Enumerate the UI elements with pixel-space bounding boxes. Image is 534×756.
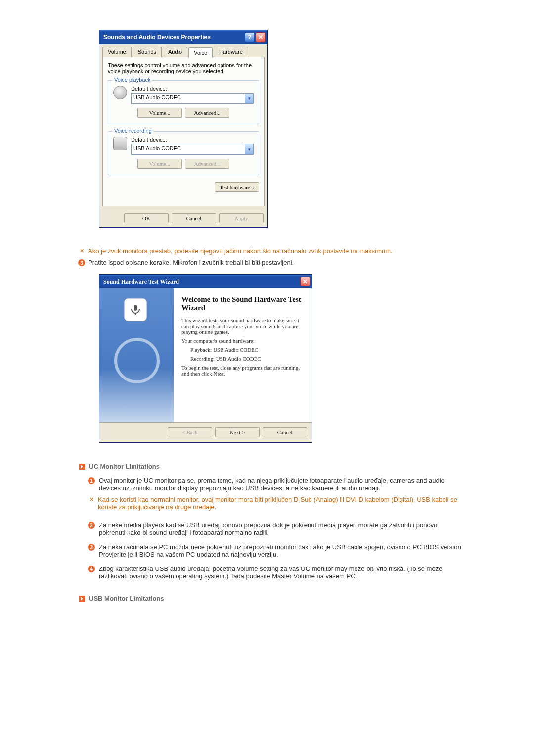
step-3-text: Pratite ispod opisane korake. Mikrofon i… xyxy=(88,259,294,266)
tab-strip: Volume Sounds Audio Voice Hardware xyxy=(102,47,265,57)
tab-audio[interactable]: Audio xyxy=(163,47,187,57)
recording-legend: Voice recording xyxy=(112,128,154,134)
wizard-heading: Welcome to the Sound Hardware Test Wizar… xyxy=(181,295,304,312)
recording-device-value: USB Audio CODEC xyxy=(132,144,245,154)
back-button[interactable]: < Back xyxy=(168,427,212,437)
cancel-button[interactable]: Cancel xyxy=(263,427,307,437)
step-badge-3: 3 xyxy=(78,259,85,266)
arrow-icon xyxy=(79,596,85,602)
uc-item-3-text: Za neka računala se PC možda neće pokren… xyxy=(99,543,465,558)
recording-device-label: Default device: xyxy=(131,137,254,142)
cancel-button[interactable]: Cancel xyxy=(172,213,216,223)
wizard-playback-value: Playback: USB Audio CODEC xyxy=(190,347,304,353)
uc-item-3: 3 Za neka računala se PC možda neće pokr… xyxy=(88,543,465,558)
recording-volume-button[interactable]: Volume... xyxy=(137,159,182,169)
chevron-down-icon[interactable]: ▾ xyxy=(245,144,253,154)
section-usb-limitations: USB Monitor Limitations xyxy=(79,595,465,602)
num-badge-2: 2 xyxy=(88,522,95,529)
recording-advanced-button[interactable]: Advanced... xyxy=(185,159,229,169)
tab-voice[interactable]: Voice xyxy=(188,47,213,58)
sound-test-wizard: Sound Hardware Test Wizard ✕ Welcome to … xyxy=(99,274,312,443)
close-icon[interactable]: ✕ xyxy=(256,32,266,42)
num-badge-4: 4 xyxy=(88,566,95,572)
uc-item-1-note: Kad se koristi kao normalni monitor, ova… xyxy=(98,496,465,511)
close-icon[interactable]: ✕ xyxy=(300,277,310,286)
test-hardware-button[interactable]: Test hardware... xyxy=(215,182,259,192)
wizard-main: Welcome to the Sound Hardware Test Wizar… xyxy=(174,288,312,422)
wizard-side-graphic xyxy=(99,288,174,422)
uc-item-2-text: Za neke media players kad se USB uređaj … xyxy=(99,521,465,536)
cross-icon xyxy=(78,247,85,255)
wizard-hardware-label: Your computer's sound hardware: xyxy=(181,338,304,344)
voice-recording-group: Voice recording Default device: USB Audi… xyxy=(108,131,259,175)
wizard-intro-text: This wizard tests your sound hardware to… xyxy=(181,317,304,335)
voice-description: These settings control volume and advanc… xyxy=(108,62,259,74)
playback-device-label: Default device: xyxy=(131,86,254,92)
uc-item-1: 1 Ovaj monitor je UC monitor pa se, prem… xyxy=(88,477,465,515)
wizard-recording-value: Recording: USB Audio CODEC xyxy=(190,356,304,362)
tab-hardware[interactable]: Hardware xyxy=(214,47,248,57)
ok-button[interactable]: OK xyxy=(124,213,169,223)
wizard-footer: < Back Next > Cancel xyxy=(99,422,312,442)
cross-icon xyxy=(88,496,95,511)
wizard-begin-text: To begin the test, close any programs th… xyxy=(181,365,304,377)
num-badge-1: 1 xyxy=(88,477,95,484)
playback-device-dropdown[interactable]: USB Audio CODEC ▾ xyxy=(131,93,254,104)
apply-button[interactable]: Apply xyxy=(219,213,264,223)
dialog-footer: OK Cancel Apply xyxy=(99,209,267,227)
tab-panel-voice: These settings control volume and advanc… xyxy=(102,57,265,206)
speaker-icon xyxy=(113,86,127,99)
tab-volume[interactable]: Volume xyxy=(102,47,132,57)
audio-properties-dialog: Sounds and Audio Devices Properties ? ✕ … xyxy=(99,30,268,228)
uc-item-4-text: Zbog karakteristika USB audio uređaja, p… xyxy=(99,565,465,580)
uc-item-2: 2 Za neke media players kad se USB uređa… xyxy=(88,521,465,536)
microphone-icon xyxy=(113,137,127,150)
recording-device-dropdown[interactable]: USB Audio CODEC ▾ xyxy=(131,144,254,155)
wizard-title: Sound Hardware Test Wizard xyxy=(103,278,179,285)
wizard-titlebar: Sound Hardware Test Wizard ✕ xyxy=(99,275,312,288)
playback-legend: Voice playback xyxy=(112,77,152,83)
arrow-icon xyxy=(79,464,85,470)
note-text: Ako je zvuk monitora preslab, podesite n… xyxy=(88,247,393,255)
voice-playback-group: Voice playback Default device: USB Audio… xyxy=(108,80,259,124)
next-button[interactable]: Next > xyxy=(215,427,260,437)
num-badge-3: 3 xyxy=(88,544,95,551)
section-uc-limitations: UC Monitor Limitations xyxy=(79,463,465,470)
microphone-icon xyxy=(124,298,147,321)
note-max-volume: Ako je zvuk monitora preslab, podesite n… xyxy=(78,247,465,255)
step-3-row: 3 Pratite ispod opisane korake. Mikrofon… xyxy=(78,259,465,266)
uc-item-4: 4 Zbog karakteristika USB audio uređaja,… xyxy=(88,565,465,580)
chevron-down-icon[interactable]: ▾ xyxy=(245,94,253,103)
help-icon[interactable]: ? xyxy=(245,32,255,42)
playback-device-value: USB Audio CODEC xyxy=(132,94,245,103)
uc-item-1-text: Ovaj monitor je UC monitor pa se, prema … xyxy=(99,477,465,492)
playback-advanced-button[interactable]: Advanced... xyxy=(185,108,229,118)
dialog-titlebar: Sounds and Audio Devices Properties ? ✕ xyxy=(99,30,267,44)
playback-volume-button[interactable]: Volume... xyxy=(137,108,182,118)
dialog-title: Sounds and Audio Devices Properties xyxy=(103,34,211,41)
headphones-icon xyxy=(114,338,160,383)
section-title: USB Monitor Limitations xyxy=(89,595,164,602)
tab-sounds[interactable]: Sounds xyxy=(133,47,162,57)
section-title: UC Monitor Limitations xyxy=(89,463,160,470)
